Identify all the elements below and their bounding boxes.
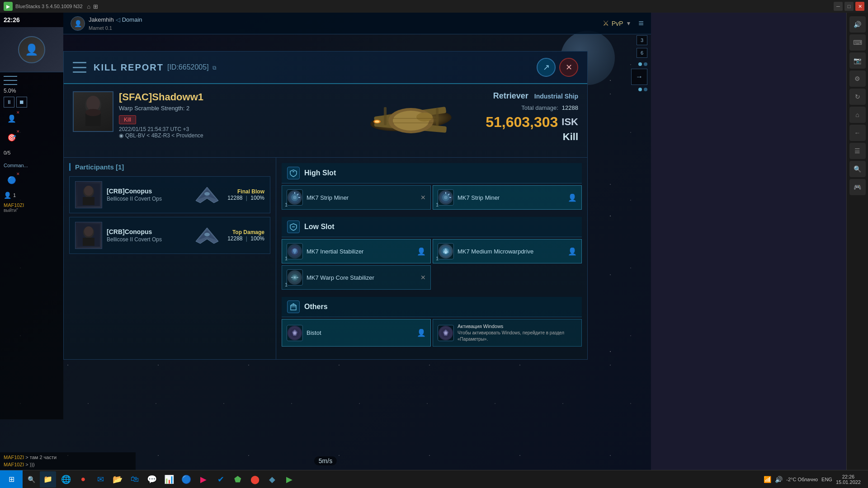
scroll-dot	[644, 62, 647, 66]
bs-icon-menu[interactable]: ☰	[849, 143, 866, 159]
media-controls[interactable]: ⏸ ⏹	[4, 97, 60, 108]
bs-window-controls[interactable]: ─ □ ✕	[834, 2, 864, 11]
bs-icon-volume[interactable]: 🔊	[849, 16, 866, 33]
filter-icon[interactable]: ≡	[638, 18, 644, 28]
player-action-1: выйти"	[4, 208, 60, 213]
svg-point-64	[444, 332, 447, 334]
high-slot-item-2-name: MK7 Strip Miner	[458, 194, 564, 201]
bs-minimize[interactable]: ─	[834, 2, 843, 11]
taskbar-app-bs2[interactable]: ▶	[281, 471, 297, 488]
victim-name: [SFAC]Shadoww1	[119, 91, 343, 103]
chat-line-1: MAF10ZI > там 2 части	[4, 454, 132, 461]
participant-card-2: [CRB]Conopus Bellicose II Covert Ops Top…	[69, 217, 270, 254]
left-hud: 22:26 👤 5.0% ⏸ ⏹ 👤 ✕	[0, 13, 63, 419]
bellicose-icon-2	[191, 225, 223, 246]
search-button[interactable]: 🔍	[24, 473, 38, 486]
bs-maximize[interactable]: □	[844, 2, 854, 11]
strip-miner-icon-1	[287, 189, 303, 206]
modal-header: KILL REPORT [ID:6652005] ⧉ ↗ ✕	[64, 52, 587, 84]
taskbar-app-green[interactable]: ⬟	[230, 471, 246, 488]
stop-btn[interactable]: ⏹	[16, 97, 27, 108]
participant-ship-1: Bellicose II Covert Ops	[107, 196, 187, 202]
isk-row: 51,603,303 ISK	[479, 113, 578, 131]
pvp-indicator[interactable]: ⚔ PvP ▼	[603, 19, 632, 28]
inertial-icon	[287, 243, 303, 259]
equipment-panel: High Slot	[276, 158, 587, 359]
svg-rect-14	[384, 107, 387, 125]
taskbar-app-chrome[interactable]: ●	[75, 471, 91, 488]
right-mini-panel: 3 6 →	[631, 35, 647, 91]
svg-point-51	[294, 277, 296, 278]
high-slot-item-2: MK7 Strip Miner 1 👤	[433, 185, 582, 210]
participant-ship-img-1	[191, 185, 223, 205]
svg-point-1	[86, 96, 100, 111]
taskbar-app-chrome2[interactable]: ⬤	[247, 471, 263, 488]
participant-stats-1: Final Blow 12288 | 100%	[227, 188, 264, 201]
participant-ship-2: Bellicose II Covert Ops	[107, 236, 187, 243]
taskbar-app-browser2[interactable]: 🔵	[178, 471, 194, 488]
pause-btn[interactable]: ⏸	[4, 97, 14, 108]
taskbar-app-mail[interactable]: ✉	[92, 471, 108, 488]
close-button[interactable]: ✕	[559, 58, 578, 77]
bs-icon-keyboard[interactable]: ⌨	[849, 34, 866, 51]
bs-icon-rotate[interactable]: ↻	[849, 89, 866, 105]
bistot-icon-1	[287, 325, 303, 341]
taskbar-clock: 22:26 15.01.2022	[836, 474, 861, 485]
export-icon: ↗	[543, 62, 550, 72]
bs-icon-home[interactable]: ⌂	[849, 107, 866, 123]
strip-miner-img-1	[288, 191, 301, 204]
start-button[interactable]: ⊞	[0, 470, 23, 488]
shield-icon	[289, 169, 297, 177]
percent-display: 5.0%	[4, 88, 60, 94]
taskbar-app-store[interactable]: 🛍	[127, 471, 143, 488]
bellicose-icon-1	[191, 185, 223, 205]
export-button[interactable]: ↗	[537, 58, 556, 77]
command-icon: 🔵 ✕	[4, 172, 20, 188]
warp-core-img	[288, 271, 301, 284]
bs-icon-zoom[interactable]: 🔍	[849, 161, 866, 177]
svg-rect-54	[291, 305, 296, 310]
taskbar-app-task[interactable]: ✔	[212, 471, 229, 488]
high-slot-header: High Slot	[282, 163, 582, 183]
bs-close[interactable]: ✕	[855, 2, 864, 11]
microwarpdrive-icon	[438, 243, 454, 259]
chevron-down-icon: ▼	[626, 20, 631, 27]
participant-name-1: [CRB]Conopus	[107, 188, 187, 195]
taskbar-app-media[interactable]: ▶	[195, 471, 212, 488]
high-slot-item-1-name: MK7 Strip Miner	[307, 194, 417, 201]
taskbar-app-eve[interactable]: ◆	[264, 471, 280, 488]
box-icon	[289, 303, 297, 311]
taskbar-app-edge[interactable]: 🌐	[58, 471, 74, 488]
participants-panel: Participants [1] [CRB]Conopus Bellicos	[64, 158, 276, 359]
right-badge-2: 6	[637, 48, 647, 58]
svg-point-22	[204, 192, 210, 196]
menu-icon[interactable]	[4, 76, 17, 85]
victim-section: [SFAC]Shadoww1 Warp Scramble Strength: 2…	[73, 91, 343, 150]
taskbar-app-excel[interactable]: 📊	[161, 471, 177, 488]
close-icon-1: ✕	[420, 194, 426, 201]
player-info-header: 👤 Jakemhih ◁ Domain Mamet 0.1	[71, 15, 142, 32]
low-slot-item-2: MK7 Medium Microwarpdrive 1 👤	[433, 239, 582, 263]
modal-menu-icon[interactable]	[73, 62, 86, 73]
clock-time: 22:26	[842, 474, 855, 479]
taskbar-app-discord[interactable]: 💬	[144, 471, 160, 488]
taskbar-app-folder[interactable]: 📂	[109, 471, 126, 488]
victim-info: [SFAC]Shadoww1 Warp Scramble Strength: 2…	[119, 91, 343, 139]
bs-icon-gamepad[interactable]: 🎮	[849, 179, 866, 195]
taskbar-icon-files[interactable]: 📁	[40, 471, 56, 488]
bs-icon-settings[interactable]: ⚙	[849, 70, 866, 87]
arrow-right-icon[interactable]: →	[631, 69, 647, 85]
svg-rect-15	[436, 108, 439, 126]
bs-icon-screenshot[interactable]: 📷	[849, 52, 866, 69]
bs-icon-back[interactable]: ←	[849, 125, 866, 141]
modal-actions[interactable]: ↗ ✕	[537, 58, 578, 77]
bs-nav-icon: ⌂	[87, 3, 91, 10]
command-label: Comman...	[0, 161, 63, 170]
participant-avatar-2	[75, 222, 102, 249]
chat-name-2: MAF10ZI	[4, 462, 24, 467]
inertial-img	[288, 245, 301, 258]
svg-point-47	[445, 252, 447, 254]
game-area: 22:26 👤 5.0% ⏸ ⏹ 👤 ✕	[0, 13, 651, 488]
speed-indicator: 5m/s	[314, 456, 337, 465]
low-shield-icon	[289, 223, 297, 231]
